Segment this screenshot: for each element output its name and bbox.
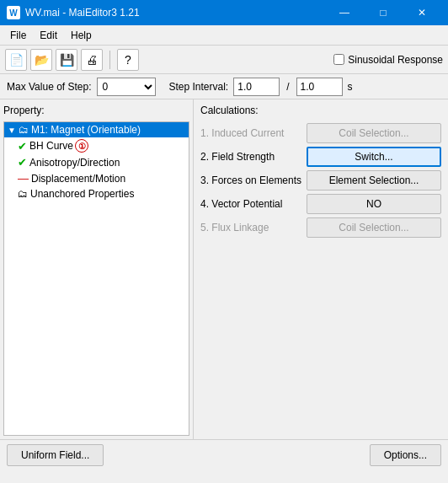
bh-curve-label: BH Curve [29, 140, 73, 152]
anisotropy-label: Anisotropy/Direction [29, 157, 120, 169]
window-controls: — □ ✕ [325, 0, 441, 25]
calc-num-4: 4. [200, 198, 211, 210]
calc-row-5: 5. Flux Linkage Coil Selection... [200, 217, 441, 238]
tree-item-displacement[interactable]: — Displacement/Motion [4, 170, 189, 186]
coil-selection-btn-1: Coil Selection... [307, 123, 441, 143]
main-content: Property: ▼ 🗂 M1: Magnet (Orientable) ✔ … [0, 99, 448, 483]
check-red-icon: — [18, 172, 29, 185]
step-slash: / [286, 81, 289, 93]
window-title: WV.mai - MaiEditor3 1.21 [25, 7, 140, 19]
main-area: Property: ▼ 🗂 M1: Magnet (Orientable) ✔ … [0, 99, 448, 439]
step-bar: Max Value of Step: 0 Step Interval: / s [0, 74, 448, 99]
tree-item-bh-curve[interactable]: ✔ BH Curve ① [4, 137, 189, 154]
calc-row-3: 3. Forces on Elements Element Selection.… [200, 170, 441, 191]
calc-label-5: 5. Flux Linkage [200, 222, 301, 233]
arrow-icon: ▼ [8, 126, 16, 135]
title-bar: W WV.mai - MaiEditor3 1.21 — □ ✕ [0, 0, 448, 25]
stack-icon-2: 🗂 [18, 188, 28, 200]
coil-selection-btn-2: Coil Selection... [307, 217, 441, 238]
calc-label-4: 4. Vector Potential [200, 198, 301, 210]
menu-edit[interactable]: Edit [33, 28, 64, 43]
switch-btn[interactable]: Switch... [307, 147, 441, 167]
minimize-button[interactable]: — [325, 0, 364, 25]
toolbar: 📄 📂 💾 🖨 ? Sinusoidal Response [0, 46, 448, 74]
menu-file[interactable]: File [3, 28, 33, 43]
calc-row-2: 2. Field Strength Switch... [200, 147, 441, 167]
menu-help[interactable]: Help [64, 28, 99, 43]
calculations-header: Calculations: [200, 103, 441, 118]
save-button[interactable]: 💾 [56, 49, 77, 71]
tree-item-magnet[interactable]: ▼ 🗂 M1: Magnet (Orientable) [4, 122, 189, 137]
calc-num-5: 5. [200, 222, 211, 233]
no-btn[interactable]: NO [307, 194, 441, 214]
uniform-field-button[interactable]: Uniform Field... [7, 444, 104, 466]
circle-number: ① [75, 139, 88, 153]
max-value-select[interactable]: 0 [97, 78, 156, 96]
calc-row-4: 4. Vector Potential NO [200, 194, 441, 214]
field-strength-label: Field Strength [211, 151, 275, 163]
sinusoidal-check-group: Sinusoidal Response [333, 54, 443, 66]
vector-potential-label: Vector Potential [211, 198, 282, 210]
options-button[interactable]: Options... [370, 444, 441, 466]
sinusoidal-label: Sinusoidal Response [348, 54, 443, 66]
unanchored-label: Unanchored Properties [30, 188, 134, 200]
sinusoidal-checkbox[interactable] [333, 54, 344, 65]
open-button[interactable]: 📂 [30, 49, 52, 71]
tree-item-anisotropy[interactable]: ✔ Anisotropy/Direction [4, 154, 189, 170]
max-value-label: Max Value of Step: [7, 81, 92, 93]
calc-num-2: 2. [200, 151, 211, 163]
app-icon: W [7, 6, 20, 19]
magnet-label: M1: Magnet (Orientable) [31, 124, 141, 136]
calc-num-3: 3. [200, 174, 211, 186]
property-header: Property: [3, 103, 189, 118]
forces-label: Forces on Elements [211, 174, 301, 186]
interval-input-1[interactable] [233, 78, 280, 96]
displacement-label: Displacement/Motion [31, 173, 125, 185]
menu-bar: File Edit Help [0, 25, 448, 46]
induced-current-label: Induced Current [211, 127, 284, 139]
help-button[interactable]: ? [117, 49, 139, 71]
calc-row-1: 1. Induced Current Coil Selection... [200, 123, 441, 143]
print-button[interactable]: 🖨 [81, 49, 103, 71]
interval-input-2[interactable] [296, 78, 343, 96]
check-green-icon: ✔ [18, 140, 27, 153]
tree-item-unanchored[interactable]: 🗂 Unanchored Properties [4, 186, 189, 201]
element-selection-btn[interactable]: Element Selection... [307, 170, 441, 191]
maximize-button[interactable]: □ [364, 0, 403, 25]
new-button[interactable]: 📄 [5, 49, 27, 71]
property-panel: Property: ▼ 🗂 M1: Magnet (Orientable) ✔ … [0, 99, 194, 439]
property-tree: ▼ 🗂 M1: Magnet (Orientable) ✔ BH Curve ①… [3, 121, 189, 436]
flux-linkage-label: Flux Linkage [211, 222, 269, 233]
close-button[interactable]: ✕ [403, 0, 441, 25]
calc-label-2: 2. Field Strength [200, 151, 301, 163]
calc-label-1: 1. Induced Current [200, 127, 301, 139]
calc-num-1: 1. [200, 127, 211, 139]
stack-icon: 🗂 [19, 124, 29, 136]
calculations-panel: Calculations: 1. Induced Current Coil Se… [194, 99, 448, 439]
step-interval-label: Step Interval: [169, 81, 229, 93]
step-unit: s [348, 81, 353, 93]
toolbar-separator [109, 51, 110, 69]
bottom-bar: Uniform Field... Options... [0, 439, 448, 470]
check-green-icon-2: ✔ [18, 156, 27, 169]
calc-label-3: 3. Forces on Elements [200, 174, 301, 186]
